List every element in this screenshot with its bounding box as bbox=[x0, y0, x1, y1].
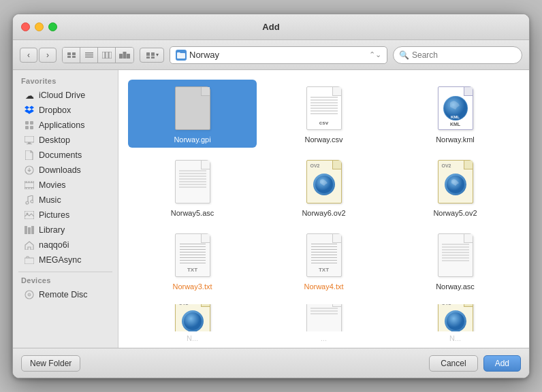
file-item-norway5-ov2[interactable]: OV2 bbox=[391, 153, 520, 221]
sidebar-item-downloads[interactable]: Downloads bbox=[16, 163, 115, 178]
location-bar[interactable]: Norway ⌃⌄ bbox=[170, 46, 387, 64]
sidebar-item-label: Library bbox=[39, 225, 65, 235]
add-button[interactable]: Add bbox=[483, 355, 521, 372]
svg-rect-10 bbox=[119, 54, 123, 59]
home-icon bbox=[24, 240, 35, 250]
icloud-icon: ☁ bbox=[24, 90, 35, 101]
file-item-norway-asc[interactable]: Norway.asc bbox=[391, 227, 520, 295]
sidebar-item-applications[interactable]: Applications bbox=[16, 118, 115, 133]
view-coverflow-button[interactable] bbox=[116, 48, 133, 63]
file-item-norway5-asc[interactable]: Norway5.asc bbox=[128, 153, 257, 221]
file-name: ... bbox=[321, 334, 327, 342]
search-bar[interactable]: 🔍 bbox=[393, 46, 522, 64]
file-item-partial3[interactable]: OV2 bbox=[391, 300, 520, 346]
window-title: Add bbox=[262, 22, 279, 32]
file-name: Norway5.asc bbox=[171, 209, 214, 217]
sidebar-item-label: Downloads bbox=[39, 165, 81, 175]
sidebar-item-desktop[interactable]: Desktop bbox=[16, 133, 115, 148]
file-item-norway6-ov2[interactable]: OV2 bbox=[259, 153, 388, 221]
svg-rect-33 bbox=[31, 187, 32, 189]
file-item-norway-kml[interactable]: KML Norway.kml bbox=[391, 80, 520, 148]
sidebar-item-label: iCloud Drive bbox=[39, 91, 85, 100]
svg-rect-32 bbox=[29, 187, 29, 189]
svg-rect-19 bbox=[25, 126, 29, 129]
svg-rect-16 bbox=[151, 56, 155, 59]
sidebar-item-library[interactable]: Library bbox=[16, 223, 115, 238]
svg-rect-4 bbox=[85, 52, 93, 54]
file-item-partial2[interactable]: ... bbox=[259, 300, 388, 346]
file-icon: OV2 bbox=[434, 304, 477, 331]
sidebar-item-remote-disc[interactable]: Remote Disc bbox=[16, 287, 115, 302]
sidebar-item-label: MEGAsync bbox=[39, 255, 82, 265]
svg-rect-17 bbox=[25, 121, 29, 125]
search-input[interactable] bbox=[412, 50, 516, 60]
sidebar-item-icloud-drive[interactable]: ☁ iCloud Drive bbox=[16, 88, 115, 103]
view-buttons bbox=[62, 47, 134, 63]
svg-rect-6 bbox=[85, 56, 93, 58]
file-icon: OV2 bbox=[171, 304, 214, 331]
favorites-label: Favorites bbox=[13, 77, 118, 88]
file-name: Norway5.ov2 bbox=[433, 209, 477, 217]
svg-rect-8 bbox=[106, 52, 108, 59]
main-content: Favorites ☁ iCloud Drive Dropbox bbox=[13, 70, 529, 348]
file-icon: csv bbox=[302, 84, 346, 133]
forward-button[interactable]: › bbox=[39, 48, 57, 63]
file-item-partial1[interactable]: OV2 bbox=[128, 300, 257, 346]
disc-icon bbox=[24, 289, 35, 300]
svg-rect-13 bbox=[146, 52, 150, 56]
sidebar-item-pictures[interactable]: Pictures bbox=[16, 208, 115, 223]
svg-rect-5 bbox=[85, 54, 93, 56]
svg-rect-2 bbox=[67, 56, 71, 58]
file-item-norway4-txt[interactable]: TXT Norway4.txt bbox=[259, 227, 388, 295]
svg-point-48 bbox=[184, 312, 202, 330]
file-name: Norway6.ov2 bbox=[302, 209, 345, 217]
svg-rect-29 bbox=[29, 181, 29, 183]
view-icon-button[interactable] bbox=[63, 48, 80, 63]
file-icon: TXT bbox=[171, 231, 214, 280]
svg-rect-28 bbox=[26, 181, 27, 183]
sidebar-item-naqqo6i[interactable]: naqqo6i bbox=[16, 238, 115, 252]
library-icon bbox=[24, 225, 35, 235]
sidebar-item-documents[interactable]: Documents bbox=[16, 148, 115, 163]
svg-rect-40 bbox=[31, 226, 34, 234]
file-item-norway-gpi[interactable]: Norway.gpi bbox=[128, 80, 257, 148]
file-name: Norway.asc bbox=[436, 282, 475, 291]
sidebar-item-label: Dropbox bbox=[39, 105, 71, 115]
close-button[interactable] bbox=[21, 22, 30, 31]
sidebar-item-movies[interactable]: Movies bbox=[16, 178, 115, 193]
megasync-icon bbox=[24, 255, 35, 265]
svg-rect-30 bbox=[31, 181, 32, 183]
file-name: N... bbox=[449, 334, 461, 342]
file-item-norway-csv[interactable]: csv Norway.csv bbox=[259, 80, 388, 148]
sidebar-item-label: Pictures bbox=[39, 210, 69, 220]
sidebar-item-label: naqqo6i bbox=[39, 240, 69, 250]
sidebar-item-megasync[interactable]: MEGAsync bbox=[16, 252, 115, 267]
action-button[interactable]: ▾ bbox=[140, 48, 164, 63]
svg-rect-22 bbox=[28, 142, 31, 144]
new-folder-button[interactable]: New Folder bbox=[21, 355, 80, 372]
svg-rect-15 bbox=[146, 56, 150, 59]
maximize-button[interactable] bbox=[48, 22, 57, 31]
file-item-norway3-txt[interactable]: TXT Norway3.txt bbox=[128, 227, 257, 295]
minimize-button[interactable] bbox=[35, 22, 44, 31]
dropbox-icon bbox=[24, 105, 35, 116]
sidebar-item-label: Applications bbox=[39, 120, 84, 130]
file-name: Norway4.txt bbox=[304, 282, 343, 291]
downloads-icon bbox=[24, 165, 35, 176]
devices-label: Devices bbox=[13, 276, 118, 287]
sidebar-item-dropbox[interactable]: Dropbox bbox=[16, 103, 115, 118]
sidebar-item-label: Movies bbox=[39, 180, 66, 190]
file-grid: Norway.gpi bbox=[128, 80, 520, 346]
view-list-button[interactable] bbox=[80, 48, 98, 63]
cancel-button[interactable]: Cancel bbox=[429, 355, 477, 372]
view-column-button[interactable] bbox=[98, 48, 116, 63]
file-name: Norway.csv bbox=[304, 135, 342, 144]
back-button[interactable]: ‹ bbox=[20, 48, 37, 63]
sidebar-item-label: Remote Disc bbox=[39, 290, 88, 299]
sidebar-item-label: Desktop bbox=[39, 135, 70, 145]
svg-rect-14 bbox=[151, 52, 155, 56]
sidebar-item-music[interactable]: Music bbox=[16, 193, 115, 208]
finder-window: Add ‹ › bbox=[12, 14, 530, 378]
file-area: Norway.gpi bbox=[118, 70, 529, 348]
location-arrow: ⌃⌄ bbox=[369, 50, 381, 59]
